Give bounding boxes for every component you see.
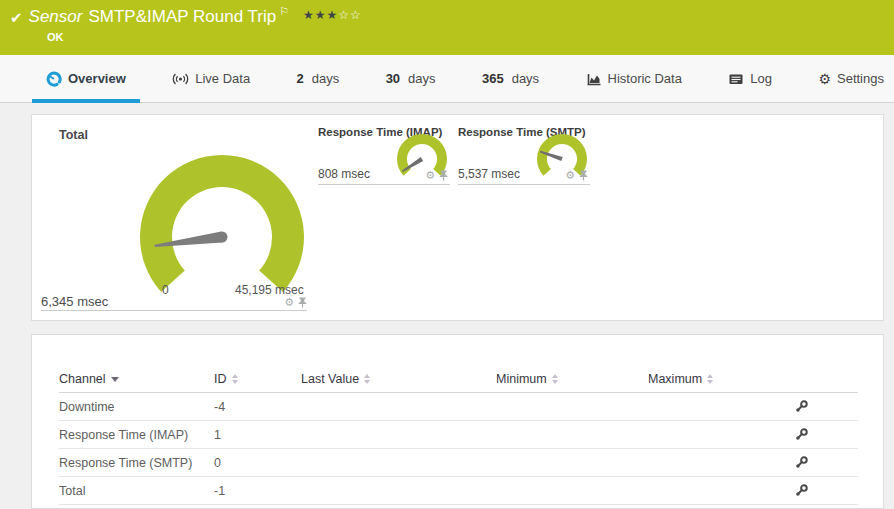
channel-id: -4 (214, 400, 225, 414)
pin-icon[interactable] (439, 170, 448, 181)
channel-name: Downtime (59, 400, 115, 414)
channel-id: 1 (214, 428, 221, 442)
column-header-minimum[interactable]: Minimum (496, 372, 558, 386)
table-row-smtp: Response Time (SMTP) 0 5,537 msec 5,536 … (59, 449, 858, 477)
overview-gauges-panel: Total 0 45,195 msec 6,345 msec ⚙ Respons… (31, 114, 884, 321)
table-row-imap: Response Time (IMAP) 1 808 msec 671 msec… (59, 421, 858, 449)
column-header-id[interactable]: ID (214, 372, 238, 386)
tab-label: Historic Data (608, 71, 682, 86)
total-gauge-value: 6,345 msec (41, 294, 108, 310)
column-label: Maximum (648, 372, 702, 386)
column-header-maximum[interactable]: Maximum (648, 372, 713, 386)
channel-id: -1 (214, 484, 225, 498)
pin-icon[interactable] (298, 297, 307, 308)
gear-icon[interactable]: ⚙ (565, 170, 575, 181)
tab-num: 30 (386, 71, 400, 86)
broadcast-icon (172, 71, 189, 87)
wrench-icon[interactable] (794, 483, 809, 501)
imap-gauge-block: Response Time (IMAP) 808 msec ⚙ (318, 123, 450, 185)
table-row-total: Total -1 6,345 msec 671 msec 45,195 msec (59, 477, 858, 505)
sensor-title-row: ✔ Sensor SMTP&IMAP Round Trip ⚐ ★★★☆☆ (10, 6, 884, 27)
tab-30-days[interactable]: 30 days (382, 55, 440, 103)
tab-live-data[interactable]: Live Data (168, 55, 254, 103)
sort-both-icon (232, 374, 238, 384)
column-label: Channel (59, 372, 106, 386)
tab-365-days[interactable]: 365 days (478, 55, 543, 103)
tab-label: Log (750, 71, 772, 86)
column-header-last-value[interactable]: Last Value (301, 372, 370, 386)
sort-both-icon (364, 374, 370, 384)
sensor-name: SMTP&IMAP Round Trip (88, 7, 276, 27)
channel-name: Total (59, 484, 85, 498)
column-label: ID (214, 372, 227, 386)
imap-gauge-value: 808 msec (318, 167, 370, 181)
column-label: Last Value (301, 372, 359, 386)
sort-desc-icon (111, 377, 119, 382)
tab-overview[interactable]: Overview (42, 55, 130, 103)
sensor-header: ✔ Sensor SMTP&IMAP Round Trip ⚐ ★★★☆☆ OK (0, 0, 894, 55)
priority-stars[interactable]: ★★★☆☆ (303, 8, 362, 22)
status-badge: OK (47, 31, 64, 43)
smtp-gauge-value: 5,537 msec (458, 167, 520, 181)
tab-2-days[interactable]: 2 days (293, 55, 344, 103)
tab-label: days (512, 71, 539, 86)
gear-icon[interactable]: ⚙ (284, 297, 294, 308)
pin-icon[interactable] (579, 170, 588, 181)
tab-label: days (408, 71, 435, 86)
tab-log[interactable]: Log (724, 55, 776, 103)
column-label: Minimum (496, 372, 547, 386)
check-icon: ✔ (10, 9, 23, 27)
sort-both-icon (707, 374, 713, 384)
column-header-channel[interactable]: Channel (59, 372, 119, 386)
stars-empty: ☆☆ (338, 8, 362, 22)
total-gauge-footer: 6,345 msec ⚙ (41, 291, 307, 311)
tab-settings[interactable]: ⚙ Settings (814, 55, 888, 103)
channel-table-panel: Channel ID Last Value Minimum Maximum Do… (31, 334, 884, 509)
tab-label: days (312, 71, 339, 86)
channel-name: Response Time (IMAP) (59, 428, 188, 442)
channel-id: 0 (214, 456, 221, 470)
tab-bar: Overview Live Data 2 days 30 days 365 da… (0, 55, 894, 103)
tab-label: Overview (68, 71, 126, 86)
gear-icon[interactable]: ⚙ (425, 170, 435, 181)
stars-filled: ★★★ (303, 8, 338, 22)
channel-table: Channel ID Last Value Minimum Maximum Do… (32, 335, 883, 505)
table-row-downtime: Downtime -4 (59, 393, 858, 421)
wrench-icon[interactable] (794, 455, 809, 473)
log-icon (728, 71, 744, 87)
tab-label: Live Data (195, 71, 250, 86)
channel-name: Response Time (SMTP) (59, 456, 192, 470)
gear-icon: ⚙ (818, 72, 831, 86)
total-gauge-title: Total (59, 128, 88, 142)
tab-historic-data[interactable]: Historic Data (582, 55, 686, 103)
flag-icon[interactable]: ⚐ (279, 6, 289, 17)
gauge-icon (46, 71, 62, 87)
tab-num: 2 (297, 71, 304, 86)
smtp-gauge-block: Response Time (SMTP) 5,537 msec ⚙ (458, 123, 590, 185)
sensor-type-label: Sensor (29, 7, 83, 27)
sort-both-icon (552, 374, 558, 384)
tab-num: 365 (482, 71, 504, 86)
wrench-icon[interactable] (794, 399, 809, 417)
area-chart-icon (586, 71, 602, 87)
table-header-row: Channel ID Last Value Minimum Maximum (59, 365, 858, 393)
tab-label: Settings (837, 71, 884, 86)
wrench-icon[interactable] (794, 427, 809, 445)
